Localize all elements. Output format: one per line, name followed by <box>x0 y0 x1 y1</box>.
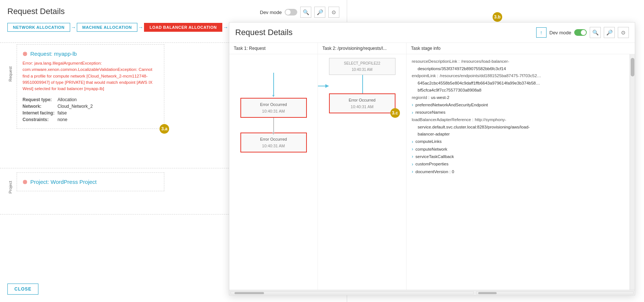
constraints-row: Constraints: none <box>23 116 96 123</box>
task-col-2-content: SELECT_PROFILE22 10:40:31 AM <box>318 54 406 290</box>
task-col-1-content: Error Occurred 10:40:31 AM Error Occurre… <box>229 54 318 290</box>
task-node-2-time: 10:40:31 AM <box>245 144 302 148</box>
task-node-2-title: Error Occurred <box>245 137 302 141</box>
expand-compute-links[interactable]: › computeLinks <box>412 138 624 145</box>
task-col-1: Task 1: Request Error Occurred 10:40:31 … <box>229 43 318 290</box>
expand-compute-network[interactable]: › computeNetwork <box>412 145 624 153</box>
expand-service-task[interactable]: › serviceTaskCallback <box>412 153 624 160</box>
modal-dev-controls: ↑ Dev mode 🔍 🔎 ⊙ <box>536 27 629 38</box>
internet-facing-key: Internet facing: <box>23 110 58 116</box>
chevron-compute-links: › <box>412 138 413 145</box>
request-error-text: Error: java.lang.IllegalArgumentExceptio… <box>23 60 158 92</box>
expand-preferred-network[interactable]: › preferredNetworkAndSecurityEndpoint <box>412 101 624 109</box>
bg-dev-mode-toggle[interactable] <box>285 9 297 16</box>
arrow-down-1 <box>273 73 274 95</box>
project-card-title: ⊗ Project: WordPress Project <box>23 178 158 185</box>
arrow-down-2 <box>273 118 274 133</box>
upload-button[interactable]: ↑ <box>536 27 547 38</box>
task-col-2-header: Task 2: /provisioning/requests/l... <box>318 43 406 54</box>
arrow-2: → <box>138 24 143 30</box>
bg-dev-controls: 3.b Dev mode 🔍 🔎 ⊙ <box>260 7 339 18</box>
request-card: ⊗ Request: myapp-lb Error: java.lang.Ill… <box>17 44 164 129</box>
prop-lb-adapter: loadBalancerAdapterReference : http://sy… <box>412 116 624 124</box>
task-node-1-time: 10:40:31 AM <box>245 109 302 113</box>
task-node-col2-title: Error Occurred <box>333 98 391 102</box>
network-row: Network: Cloud_Network_2 <box>23 103 96 110</box>
modal-header: Request Details ↑ Dev mode 🔍 🔎 ⊙ <box>229 23 635 43</box>
truncated-label: SELECT_PROFILE22 <box>332 61 392 65</box>
close-button[interactable]: CLOSE <box>7 284 38 295</box>
prop-endpoint: endpointLink : /resources/endpoints/dd18… <box>412 72 624 80</box>
modal-overlay: Request Details ↑ Dev mode 🔍 🔎 ⊙ Task 1:… <box>229 22 635 295</box>
request-type-val: Allocation <box>58 96 96 103</box>
chevron-compute-network: › <box>412 145 413 153</box>
request-meta: Request type: Allocation Network: Cloud_… <box>23 96 158 123</box>
bg-dev-mode-label: Dev mode <box>260 10 282 15</box>
expand-resource-names[interactable]: › resourceNames <box>412 109 624 116</box>
stage-network-button[interactable]: NETWORK ALLOCATION <box>7 23 70 32</box>
task-col-2: Task 2: /provisioning/requests/l... SELE… <box>318 43 407 290</box>
stage-info-scrollbar[interactable] <box>630 54 635 290</box>
task-node-truncated[interactable]: SELECT_PROFILE22 10:40:31 AM <box>329 58 395 75</box>
prop-region: regionId : us-west-2 <box>412 94 624 102</box>
prop-resource-desc-val: descriptions/353f374972b89075582bb6fc3cf… <box>412 65 624 73</box>
arrow-3: → <box>223 24 228 30</box>
task-node-col2-error[interactable]: Error Occurred 10:40:31 AM 3.c <box>329 93 395 113</box>
project-section-label: Project <box>8 181 13 193</box>
constraints-key: Constraints: <box>23 116 58 123</box>
request-type-row: Request type: Allocation <box>23 96 96 103</box>
chevron-service-task: › <box>412 153 413 160</box>
modal-zoom-in-button[interactable]: 🔍 <box>590 27 601 38</box>
task-node-col2-time: 10:40:31 AM <box>333 104 391 109</box>
constraints-val: none <box>58 116 96 123</box>
prop-endpoint-val3: bf5cfca4c9f7cc75577303a8908a8 <box>412 87 624 94</box>
badge-3a: 3.a <box>160 124 169 134</box>
request-error-icon: ⊗ <box>23 50 27 57</box>
modal-title: Request Details <box>235 28 536 37</box>
stage-machine-button[interactable]: MACHINE ALLOCATION <box>77 23 137 32</box>
badge-3c: 3.c <box>390 108 400 118</box>
chevron-resource-names: › <box>412 109 413 116</box>
modal-dev-mode-toggle[interactable] <box>574 29 587 36</box>
prop-lb-adapter-val3: balancer-adapter <box>412 131 624 138</box>
internet-facing-row: Internet facing: false <box>23 110 96 116</box>
task-col-1-header: Task 1: Request <box>229 43 318 54</box>
stage-info-col: Task stage info resourceDescriptionLink … <box>407 43 635 290</box>
bg-zoom-out-button[interactable]: 🔎 <box>314 7 325 18</box>
expand-doc-version[interactable]: › documentVersion : 0 <box>412 168 624 175</box>
chevron-custom-props: › <box>412 161 413 168</box>
project-error-icon: ⊗ <box>23 178 27 185</box>
prop-lb-adapter-val2: service.default.svc.cluster.local:8283/p… <box>412 124 624 131</box>
expand-custom-props[interactable]: › customProperties <box>412 161 624 168</box>
task-node-error-2[interactable]: Error Occurred 10:40:31 AM <box>240 133 307 152</box>
request-section-label: Request <box>8 66 13 82</box>
request-type-key: Request type: <box>23 96 58 103</box>
stage-lb-button[interactable]: LOAD BALANCER ALLOCATION <box>144 23 222 32</box>
network-key: Network: <box>23 103 58 110</box>
modal-horiz-scrollbar[interactable] <box>229 290 635 295</box>
stage-machine[interactable]: MACHINE ALLOCATION <box>77 23 137 32</box>
chevron-preferred-network: › <box>412 101 413 109</box>
bg-zoom-in-button[interactable]: 🔍 <box>300 7 311 18</box>
connector-svg <box>318 79 329 93</box>
request-card-title: ⊗ Request: myapp-lb <box>23 50 158 57</box>
modal-zoom-out-button[interactable]: 🔎 <box>604 27 615 38</box>
request-card-title-text: Request: myapp-lb <box>30 51 77 57</box>
bg-zoom-reset-button[interactable]: ⊙ <box>328 7 339 18</box>
task-node-1-title: Error Occurred <box>245 102 302 107</box>
modal-zoom-reset-button[interactable]: ⊙ <box>618 27 629 38</box>
badge-3b: 3.b <box>493 12 502 22</box>
chevron-doc-version: › <box>412 168 413 175</box>
stage-network[interactable]: NETWORK ALLOCATION <box>7 23 70 32</box>
internet-facing-val: false <box>58 110 96 116</box>
truncated-time: 10:40:31 AM <box>332 68 392 72</box>
network-val: Cloud_Network_2 <box>58 103 96 110</box>
prop-endpoint-val2: 645ac2cbc4558b5e804c9daff1ffb6643a979614… <box>412 80 624 87</box>
task-node-error-1[interactable]: Error Occurred 10:40:31 AM <box>240 98 307 118</box>
prop-resource-desc: resourceDescriptionLink : /resources/loa… <box>412 58 624 65</box>
arrow-1: → <box>71 24 76 30</box>
project-card: ⊗ Project: WordPress Project <box>17 172 164 191</box>
project-card-title-text: Project: WordPress Project <box>30 179 97 185</box>
svg-marker-1 <box>325 84 329 88</box>
stage-lb[interactable]: LOAD BALANCER ALLOCATION <box>144 23 222 32</box>
